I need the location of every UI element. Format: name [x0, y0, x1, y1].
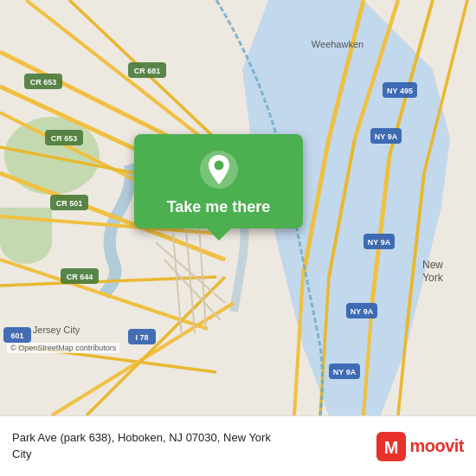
address-section: Park Ave (park 638), Hoboken, NJ 07030, … — [12, 430, 271, 461]
address-text: Park Ave (park 638), Hoboken, NJ 07030, … — [12, 430, 271, 446]
svg-text:NY 495: NY 495 — [387, 87, 413, 95]
moovit-text-label: moovit — [409, 436, 464, 456]
svg-text:York: York — [422, 272, 444, 284]
svg-text:CR 501: CR 501 — [56, 199, 83, 208]
svg-text:CR 653: CR 653 — [51, 134, 78, 143]
svg-text:CR 681: CR 681 — [134, 67, 161, 75]
svg-text:Weehawken: Weehawken — [312, 39, 363, 49]
svg-text:CR 644: CR 644 — [67, 273, 93, 281]
svg-text:CR 653: CR 653 — [30, 78, 57, 87]
svg-point-66 — [214, 161, 223, 170]
svg-text:New: New — [422, 259, 443, 271]
svg-text:NY 9A: NY 9A — [351, 307, 374, 316]
location-pin-icon — [199, 150, 239, 190]
svg-text:NY 9A: NY 9A — [333, 368, 357, 376]
osm-attribution: © OpenStreetMap contributors — [7, 343, 119, 353]
address-text-city: City — [12, 447, 271, 462]
take-me-there-label: Take me there — [167, 198, 271, 216]
bottom-bar: Park Ave (park 638), Hoboken, NJ 07030, … — [0, 415, 476, 476]
moovit-m-icon: M — [376, 432, 406, 461]
svg-text:NY 9A: NY 9A — [368, 238, 391, 247]
svg-text:M: M — [384, 438, 399, 457]
map-container: CR 653 CR 653 CR 681 CR 501 CR 644 I 78 … — [0, 0, 476, 415]
svg-text:601: 601 — [10, 331, 23, 340]
svg-text:I 78: I 78 — [135, 333, 148, 342]
svg-rect-6 — [0, 208, 52, 242]
tooltip-card[interactable]: Take me there — [134, 134, 303, 228]
svg-text:Jersey City: Jersey City — [33, 325, 80, 335]
moovit-logo: M moovit — [376, 432, 464, 461]
svg-text:NY 9A: NY 9A — [375, 132, 398, 141]
